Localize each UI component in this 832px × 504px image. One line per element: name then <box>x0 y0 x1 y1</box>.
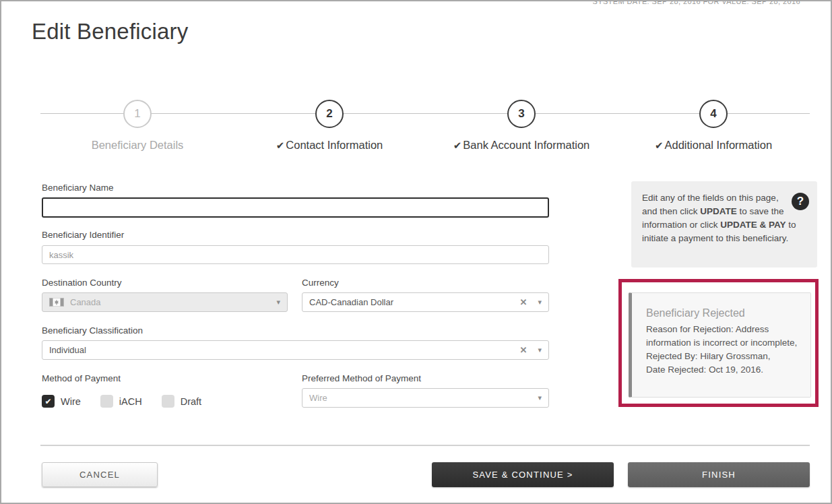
step-circle-1[interactable]: 1 <box>123 100 152 128</box>
currency-select[interactable]: CAD-Canadian Dollar ✕ ▾ <box>302 292 549 312</box>
save-and-continue-button[interactable]: SAVE & CONTINUE > <box>432 462 614 487</box>
check-icon: ✔ <box>276 139 285 152</box>
beneficiary-identifier-label: Beneficiary Identifier <box>42 230 124 240</box>
beneficiary-classification-value: Individual <box>49 345 520 355</box>
checkbox-iach-label: iACH <box>119 396 142 407</box>
stepper-track <box>40 113 810 114</box>
method-of-payment-label: Method of Payment <box>42 373 121 383</box>
currency-value: CAD-Canadian Dollar <box>309 297 520 307</box>
system-date-text: SYSTEM DATE: SEP 28, 2016 FOR VALUE: SEP… <box>592 0 800 5</box>
method-of-payment-group: ✔ Wire iACH Draft <box>42 395 221 408</box>
cancel-button[interactable]: CANCEL <box>42 462 158 487</box>
checkbox-draft[interactable] <box>162 395 174 408</box>
step-label-text: Bank Account Information <box>463 139 589 152</box>
step-label-text: Contact Information <box>286 139 383 152</box>
help-text-bold-update: UPDATE <box>700 206 737 216</box>
canada-flag-icon <box>49 298 64 307</box>
step-label-beneficiary-details[interactable]: Beneficiary Details <box>92 139 184 152</box>
beneficiary-name-input[interactable] <box>42 197 549 218</box>
help-box: ? Edit any of the fields on this page, a… <box>631 181 817 267</box>
step-label-text: Beneficiary Details <box>92 139 184 152</box>
chevron-down-icon[interactable]: ▾ <box>538 346 542 354</box>
check-icon: ✔ <box>44 398 51 406</box>
chevron-down-icon[interactable]: ▾ <box>538 298 542 307</box>
beneficiary-rejected-body: Reason for Rejection: Address informatio… <box>646 323 801 377</box>
page-title: Edit Beneficiary <box>32 19 188 44</box>
beneficiary-name-label: Beneficiary Name <box>42 183 114 193</box>
preferred-method-of-payment-label: Preferred Method of Payment <box>302 373 421 383</box>
step-circle-3[interactable]: 3 <box>507 100 536 128</box>
step-label-text: Additional Information <box>664 139 772 152</box>
preferred-method-of-payment-select[interactable]: Wire ▾ <box>302 388 549 408</box>
step-label-bank-account-information[interactable]: ✔ Bank Account Information <box>453 139 590 152</box>
finish-button[interactable]: FINISH <box>628 462 810 487</box>
destination-country-select: Canada ▾ <box>42 292 288 312</box>
currency-label: Currency <box>302 278 339 288</box>
checkbox-wire-label: Wire <box>61 396 81 407</box>
check-icon: ✔ <box>655 139 664 152</box>
checkbox-wire[interactable]: ✔ <box>42 395 55 408</box>
beneficiary-identifier-input[interactable] <box>42 245 549 264</box>
chevron-down-icon[interactable]: ▾ <box>538 393 542 402</box>
destination-country-value: Canada <box>70 297 276 307</box>
footer-divider <box>40 445 810 446</box>
clear-icon[interactable]: ✕ <box>520 345 527 355</box>
beneficiary-classification-label: Beneficiary Classification <box>42 325 143 336</box>
step-label-additional-information[interactable]: ✔ Additional Information <box>655 139 772 152</box>
help-text-bold-update-pay: UPDATE & PAY <box>720 220 786 230</box>
clear-icon[interactable]: ✕ <box>520 297 527 307</box>
beneficiary-rejected-title: Beneficiary Rejected <box>646 307 801 319</box>
checkbox-iach[interactable] <box>100 395 113 408</box>
preferred-method-of-payment-value: Wire <box>309 393 538 403</box>
checkbox-draft-label: Draft <box>181 396 201 407</box>
check-icon: ✔ <box>453 139 462 152</box>
step-circle-2[interactable]: 2 <box>315 100 344 128</box>
step-circle-4[interactable]: 4 <box>699 100 728 128</box>
help-question-icon[interactable]: ? <box>792 193 809 210</box>
edit-beneficiary-page: SYSTEM DATE: SEP 28, 2016 FOR VALUE: SEP… <box>0 0 832 504</box>
chevron-down-icon: ▾ <box>276 298 280 307</box>
beneficiary-classification-select[interactable]: Individual ✕ ▾ <box>42 340 549 360</box>
step-label-contact-information[interactable]: ✔ Contact Information <box>276 139 383 152</box>
beneficiary-rejected-card: Beneficiary Rejected Reason for Rejectio… <box>629 292 811 398</box>
destination-country-label: Destination Country <box>42 278 122 288</box>
